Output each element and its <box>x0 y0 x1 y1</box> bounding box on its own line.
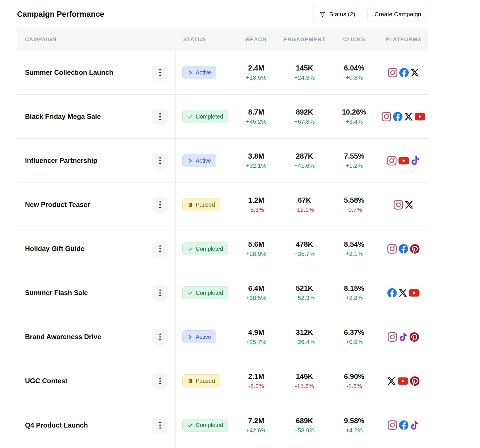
platform-icons <box>378 200 428 210</box>
clicks-value: 6.37% <box>330 328 378 337</box>
youtube-icon <box>409 288 420 298</box>
reach-metric: 4.9M +25.7% <box>233 328 279 345</box>
reach-metric: 8.7M +45.2% <box>233 108 279 125</box>
reach-change: +25.7% <box>233 339 279 345</box>
engagement-value: 67K <box>279 196 330 204</box>
status-icon <box>187 290 193 296</box>
engagement-value: 478K <box>279 240 330 248</box>
campaign-name: Brand Awareness Drive <box>25 333 101 341</box>
engagement-metric: 478K +35.7% <box>279 240 330 257</box>
clicks-change: +3.4% <box>330 118 378 125</box>
campaign-cell: Influencer Partnership <box>17 153 175 169</box>
status-filter-button[interactable]: Status (2) <box>312 7 362 22</box>
engagement-value: 312K <box>279 328 330 337</box>
clicks-metric: 7.55% +1.2% <box>330 152 378 169</box>
campaign-cell: Q4 Product Launch <box>17 417 175 433</box>
instagram-icon <box>387 244 397 254</box>
status-icon <box>187 334 193 340</box>
status-label: Active <box>196 334 211 340</box>
status-icon <box>187 70 193 75</box>
table-body: Summer Collection Launch Active 2.4M +18… <box>17 51 428 447</box>
create-campaign-button[interactable]: Create Campaign <box>367 7 428 22</box>
status-badge: Completed <box>182 286 228 299</box>
engagement-value: 287K <box>279 152 330 160</box>
clicks-value: 10.26% <box>330 108 378 116</box>
reach-metric: 3.8M +32.1% <box>233 152 279 169</box>
row-menu-button[interactable] <box>152 417 168 433</box>
campaign-cell: Summer Collection Launch <box>17 65 175 80</box>
clicks-change: +0.8% <box>330 74 378 81</box>
clicks-value: 9.58% <box>330 417 378 425</box>
reach-metric: 5.6M +28.9% <box>233 240 279 257</box>
youtube-icon <box>398 376 408 386</box>
kebab-icon <box>159 69 161 76</box>
x-icon <box>387 377 396 385</box>
engagement-metric: 312K +29.4% <box>279 328 330 345</box>
table-row: UGC Contest Paused 2.1M -8.2% 145K -15.6… <box>17 359 428 403</box>
status-filter-label: Status (2) <box>329 11 355 18</box>
column-header-campaign: CAMPAIGN <box>17 36 175 43</box>
campaign-name: Summer Collection Launch <box>25 69 113 76</box>
status-label: Completed <box>196 113 223 120</box>
header-actions: Status (2) Create Campaign <box>312 7 428 22</box>
engagement-change: +35.7% <box>279 250 330 257</box>
clicks-metric: 9.58% +4.2% <box>330 417 378 434</box>
clicks-value: 7.55% <box>330 152 378 160</box>
engagement-metric: 892K +67.8% <box>279 108 330 125</box>
row-menu-button[interactable] <box>152 65 168 80</box>
status-label: Active <box>196 157 211 164</box>
status-label: Completed <box>196 422 223 428</box>
status-badge: Completed <box>182 110 228 123</box>
instagram-icon <box>382 112 391 121</box>
engagement-value: 521K <box>279 284 330 293</box>
row-menu-button[interactable] <box>152 197 168 213</box>
status-badge: Paused <box>182 374 220 387</box>
tiktok-icon <box>399 333 408 341</box>
row-menu-button[interactable] <box>152 241 168 257</box>
reach-value: 4.9M <box>233 328 279 337</box>
clicks-change: +4.2% <box>330 427 378 434</box>
clicks-value: 8.54% <box>330 240 378 248</box>
clicks-metric: 8.54% +2.1% <box>330 240 378 257</box>
campaign-name: Q4 Product Launch <box>25 421 88 429</box>
table-header: CAMPAIGN STATUS REACH ENGAGEMENT CLICKS … <box>17 28 428 51</box>
status-badge: Completed <box>182 242 228 255</box>
kebab-icon <box>159 201 161 208</box>
x-icon <box>405 201 413 209</box>
row-menu-button[interactable] <box>152 109 168 125</box>
campaign-name: Holiday Gift Guide <box>25 245 84 253</box>
reach-metric: 2.4M +18.5% <box>233 64 279 81</box>
reach-change: +42.6% <box>233 427 279 434</box>
campaign-cell: Holiday Gift Guide <box>17 241 175 257</box>
status-icon <box>187 202 193 208</box>
engagement-value: 689K <box>279 417 330 425</box>
row-menu-button[interactable] <box>152 373 168 389</box>
status-icon <box>187 114 193 119</box>
status-badge: Active <box>182 66 216 79</box>
clicks-metric: 8.15% +2.8% <box>330 284 378 301</box>
x-icon <box>404 113 413 121</box>
instagram-icon <box>388 420 397 430</box>
campaign-name: Influencer Partnership <box>25 157 97 165</box>
reach-change: -5.3% <box>233 206 279 213</box>
reach-change: +38.5% <box>233 294 279 301</box>
status-label: Paused <box>196 202 215 208</box>
youtube-icon <box>398 155 409 166</box>
column-header-clicks: CLICKS <box>330 36 378 43</box>
row-menu-button[interactable] <box>152 329 168 345</box>
create-campaign-label: Create Campaign <box>374 11 421 18</box>
reach-change: +18.5% <box>233 74 279 81</box>
row-menu-button[interactable] <box>152 285 168 301</box>
instagram-icon <box>388 68 397 77</box>
row-menu-button[interactable] <box>152 153 168 169</box>
engagement-value: 145K <box>279 372 330 381</box>
clicks-change: -0.7% <box>330 206 378 213</box>
reach-change: +45.2% <box>233 118 279 125</box>
table-row: Holiday Gift Guide Completed 5.6M +28.9%… <box>17 227 428 271</box>
campaign-name: UGC Contest <box>25 377 67 385</box>
engagement-metric: 521K +52.3% <box>279 284 330 301</box>
campaign-cell: New Product Teaser <box>17 197 175 213</box>
status-icon <box>187 158 193 163</box>
reach-change: -8.2% <box>233 383 279 389</box>
kebab-icon <box>159 422 161 429</box>
